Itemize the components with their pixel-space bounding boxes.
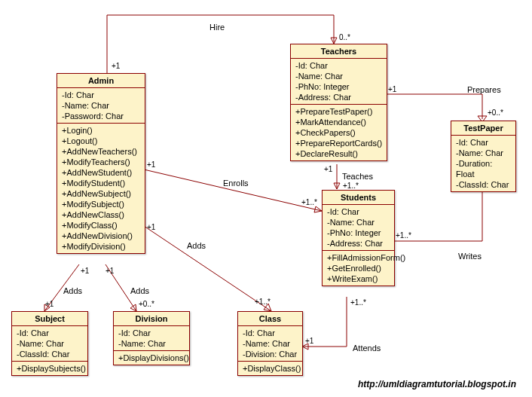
methods: +Login()+Logout()+AddNewTeachers()+Modif… (57, 124, 145, 253)
class-name: Students (323, 191, 394, 205)
svg-marker-4 (130, 304, 136, 311)
svg-marker-0 (331, 38, 337, 44)
svg-line-7 (144, 169, 322, 211)
class-division: Division-Id: Char-Name: Char+DisplayDivi… (113, 311, 190, 365)
attributes: -Id: Char-Name: Char-Division: Char (238, 326, 302, 362)
assoc-enrolls: Enrolls (223, 179, 249, 188)
mult-admin-div: +1 (105, 267, 114, 275)
mult-s-tch: +1..* (343, 182, 359, 190)
attributes: -Id: Char-Name: Char-PhNo: Integer-Addre… (323, 205, 394, 251)
methods: +FillAdmissionForm()+GetEnrolled()+Write… (323, 251, 394, 286)
attributes: -Id: Char-Name: Char-Duration: Float-Cla… (451, 136, 515, 191)
svg-marker-10 (334, 183, 340, 189)
svg-marker-8 (314, 206, 322, 212)
class-students: Students-Id: Char-Name: Char-PhNo: Integ… (322, 190, 395, 286)
class-name: Admin (57, 74, 145, 88)
class-admin: Admin-Id: Char-Name: Char-Password: Char… (57, 73, 145, 254)
methods: +DisplaySubjects() (12, 362, 87, 375)
mult-t-prep: +1 (388, 85, 396, 93)
assoc-adds-div: Adds (130, 286, 149, 295)
attributes: -Id: Char-Name: Char-Password: Char (57, 88, 145, 124)
methods: +DisplayClass() (238, 362, 302, 375)
mult-cls: +1..* (255, 298, 271, 306)
mult-s-at: +1..* (350, 298, 366, 307)
assoc-hire: Hire (209, 23, 225, 32)
methods: +PrepareTestPaper()+MarkAttendance()+Che… (291, 105, 387, 160)
attributes: -Id: Char-Name: Char-ClassId: Char (12, 326, 87, 362)
mult-admin-sub: +1 (81, 267, 89, 275)
class-name: Division (114, 312, 189, 326)
assoc-adds-class: Adds (187, 241, 206, 250)
assoc-teaches: Teaches (342, 172, 373, 181)
mult-admin-cls: +1 (147, 223, 155, 231)
mult-s-wr: +1..* (396, 231, 411, 240)
class-subject: Subject-Id: Char-Name: Char-ClassId: Cha… (11, 311, 88, 376)
mult-sub: +1 (45, 300, 54, 308)
mult-c-at: +1 (305, 337, 313, 345)
svg-line-5 (144, 226, 271, 311)
class-name: TestPaper (451, 121, 515, 136)
class-testpaper: TestPaper-Id: Char-Name: Char-Duration: … (451, 121, 516, 192)
class-name: Subject (12, 312, 87, 326)
class-teachers: Teachers-Id: Char-Name: Char-PhNo: Integ… (290, 44, 387, 161)
assoc-adds-subject: Adds (63, 286, 82, 295)
mult-tp-prep: +0..* (488, 108, 503, 117)
mult-en: +1..* (301, 198, 317, 206)
assoc-writes: Writes (458, 252, 482, 261)
methods: +DisplayDivisions() (114, 351, 189, 365)
class-name: Teachers (291, 44, 387, 59)
mult-t-tch: +1 (324, 165, 332, 173)
mult-admin-hire: +1 (112, 62, 120, 70)
class-class: Class-Id: Char-Name: Char-Division: Char… (237, 311, 303, 376)
assoc-prepares: Prepares (467, 85, 501, 94)
class-name: Class (238, 312, 302, 326)
mult-div: +0..* (139, 300, 154, 308)
mult-teacher-hire: 0..* (339, 33, 350, 41)
source-url: http://umldiagramtutorial.blogspot.in (358, 379, 516, 389)
assoc-attends: Attends (353, 344, 381, 353)
mult-admin-en: +1 (147, 160, 155, 169)
attributes: -Id: Char-Name: Char-PhNo: Integer-Addre… (291, 59, 387, 105)
attributes: -Id: Char-Name: Char (114, 326, 189, 351)
